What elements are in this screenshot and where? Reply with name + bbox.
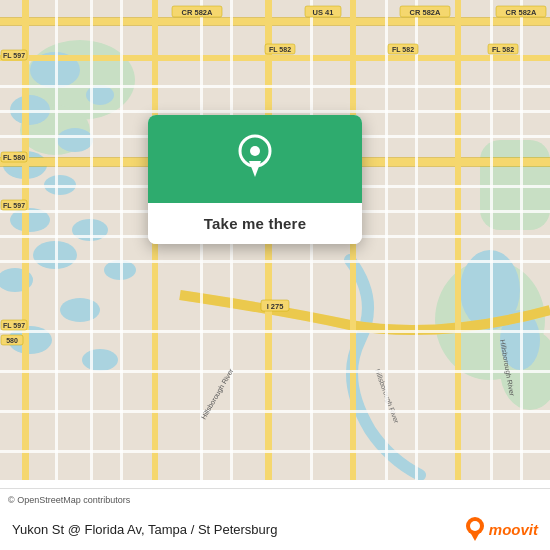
svg-rect-52 (385, 0, 388, 480)
svg-text:I 275: I 275 (267, 302, 284, 311)
svg-rect-48 (120, 0, 123, 480)
svg-rect-44 (0, 410, 550, 413)
location-text: Yukon St @ Florida Av, Tampa / St Peters… (12, 522, 465, 537)
svg-rect-47 (90, 0, 93, 480)
svg-rect-42 (0, 330, 550, 333)
moovit-brand-text: moovit (489, 521, 538, 538)
svg-text:FL 597: FL 597 (3, 202, 25, 209)
popup-card: Take me there (148, 115, 362, 244)
svg-text:CR 582A: CR 582A (410, 8, 441, 17)
svg-rect-24 (0, 17, 550, 18)
popup-header (148, 115, 362, 203)
svg-text:FL 597: FL 597 (3, 52, 25, 59)
svg-marker-93 (470, 532, 480, 541)
svg-rect-41 (0, 260, 550, 263)
svg-point-8 (57, 128, 93, 152)
svg-text:CR 582A: CR 582A (182, 8, 213, 17)
svg-rect-45 (0, 450, 550, 453)
svg-point-17 (60, 298, 100, 322)
moovit-logo: moovit (465, 516, 538, 542)
svg-text:FL 580: FL 580 (3, 154, 25, 161)
svg-rect-34 (455, 0, 461, 480)
svg-rect-30 (22, 0, 29, 480)
svg-rect-25 (0, 25, 550, 26)
svg-rect-36 (0, 110, 550, 113)
take-me-there-button[interactable]: Take me there (148, 203, 362, 244)
svg-rect-53 (415, 0, 418, 480)
svg-text:CR 582A: CR 582A (506, 8, 537, 17)
svg-text:FL 582: FL 582 (492, 46, 514, 53)
moovit-pin-icon (465, 516, 485, 542)
bottom-bar: © OpenStreetMap contributors Yukon St @ … (0, 488, 550, 550)
svg-rect-26 (0, 55, 550, 61)
svg-rect-55 (520, 0, 523, 480)
svg-marker-90 (249, 161, 261, 177)
svg-text:FL 582: FL 582 (392, 46, 414, 53)
svg-rect-23 (0, 18, 550, 25)
location-bar: Yukon St @ Florida Av, Tampa / St Peters… (0, 508, 550, 550)
svg-rect-46 (55, 0, 58, 480)
svg-text:580: 580 (6, 337, 18, 344)
osm-credit: © OpenStreetMap contributors (0, 492, 138, 508)
svg-rect-43 (0, 370, 550, 373)
svg-point-89 (250, 146, 260, 156)
svg-text:FL 582: FL 582 (269, 46, 291, 53)
svg-rect-35 (0, 85, 550, 88)
svg-text:FL 597: FL 597 (3, 322, 25, 329)
svg-point-92 (470, 521, 480, 531)
map-container: Hillsborough River (0, 0, 550, 550)
svg-text:US 41: US 41 (313, 8, 334, 17)
svg-rect-54 (490, 0, 493, 480)
svg-point-19 (82, 349, 118, 371)
location-pin-icon (236, 133, 274, 181)
